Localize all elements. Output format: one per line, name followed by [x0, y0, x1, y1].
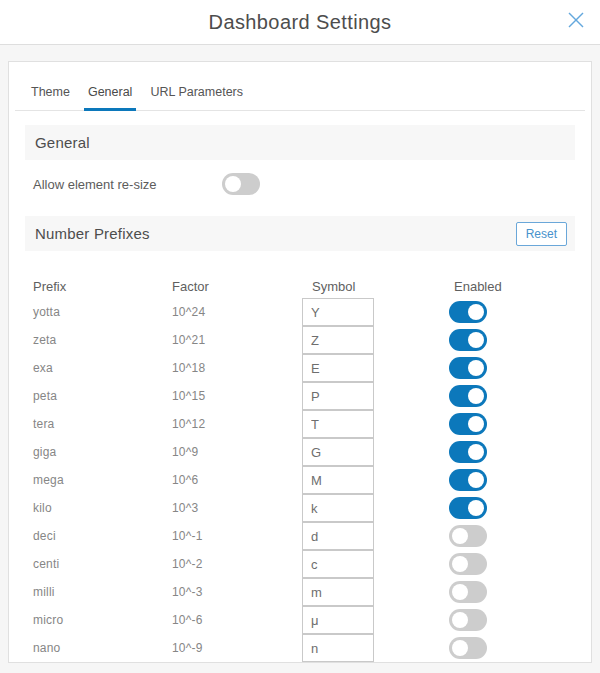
reset-button[interactable]: Reset — [516, 222, 567, 246]
enabled-toggle-micro[interactable] — [449, 609, 487, 631]
symbol-input-mega[interactable] — [302, 466, 374, 494]
prefix-cell: deci — [33, 529, 172, 543]
column-header-enabled: Enabled — [449, 279, 591, 294]
factor-cell: 10^-1 — [172, 529, 302, 543]
enabled-toggle-giga[interactable] — [449, 441, 487, 463]
number-prefixes-section-header: Number Prefixes Reset — [25, 216, 575, 251]
allow-resize-row: Allow element re-size — [33, 166, 591, 202]
symbol-input-deci[interactable] — [302, 522, 374, 550]
symbol-input-tera[interactable] — [302, 410, 374, 438]
table-row-mega: mega10^6 — [9, 466, 591, 494]
symbol-input-centi[interactable] — [302, 550, 374, 578]
symbol-input-exa[interactable] — [302, 354, 374, 382]
factor-cell: 10^15 — [172, 389, 302, 403]
general-section-title: General — [35, 134, 90, 151]
prefix-cell: centi — [33, 557, 172, 571]
enabled-toggle-exa[interactable] — [449, 357, 487, 379]
enabled-toggle-mega[interactable] — [449, 469, 487, 491]
enabled-toggle-zeta[interactable] — [449, 329, 487, 351]
enabled-toggle-milli[interactable] — [449, 581, 487, 603]
factor-cell: 10^24 — [172, 305, 302, 319]
factor-cell: 10^-2 — [172, 557, 302, 571]
enabled-toggle-peta[interactable] — [449, 385, 487, 407]
symbol-input-nano[interactable] — [302, 634, 374, 662]
symbol-input-yotta[interactable] — [302, 298, 374, 326]
enabled-toggle-yotta[interactable] — [449, 301, 487, 323]
table-row-micro: micro10^-6 — [9, 606, 591, 634]
dialog-header: Dashboard Settings — [0, 0, 600, 45]
settings-panel: ThemeGeneralURL Parameters General Allow… — [8, 61, 592, 663]
allow-resize-toggle[interactable] — [222, 173, 260, 195]
table-row-centi: centi10^-2 — [9, 550, 591, 578]
factor-cell: 10^18 — [172, 361, 302, 375]
tab-bar: ThemeGeneralURL Parameters — [15, 62, 585, 111]
symbol-input-peta[interactable] — [302, 382, 374, 410]
close-x-glyph — [566, 10, 586, 30]
table-row-milli: milli10^-3 — [9, 578, 591, 606]
prefix-table-body: yotta10^24zeta10^21exa10^18peta10^15tera… — [9, 298, 591, 662]
prefix-cell: tera — [33, 417, 172, 431]
close-icon[interactable] — [563, 7, 589, 33]
table-row-peta: peta10^15 — [9, 382, 591, 410]
enabled-toggle-deci[interactable] — [449, 525, 487, 547]
tab-theme[interactable]: Theme — [27, 85, 74, 111]
prefix-cell: kilo — [33, 501, 172, 515]
symbol-input-milli[interactable] — [302, 578, 374, 606]
factor-cell: 10^-6 — [172, 613, 302, 627]
table-row-kilo: kilo10^3 — [9, 494, 591, 522]
factor-cell: 10^3 — [172, 501, 302, 515]
prefix-table-header: Prefix Factor Symbol Enabled — [9, 279, 591, 294]
prefix-cell: nano — [33, 641, 172, 655]
factor-cell: 10^6 — [172, 473, 302, 487]
factor-cell: 10^9 — [172, 445, 302, 459]
tab-url-parameters[interactable]: URL Parameters — [146, 85, 247, 111]
prefix-cell: mega — [33, 473, 172, 487]
enabled-toggle-kilo[interactable] — [449, 497, 487, 519]
general-section-header: General — [25, 125, 575, 160]
table-row-nano: nano10^-9 — [9, 634, 591, 662]
factor-cell: 10^21 — [172, 333, 302, 347]
dialog-title: Dashboard Settings — [209, 11, 392, 34]
factor-cell: 10^-9 — [172, 641, 302, 655]
prefix-cell: micro — [33, 613, 172, 627]
prefix-cell: peta — [33, 389, 172, 403]
table-row-giga: giga10^9 — [9, 438, 591, 466]
enabled-toggle-nano[interactable] — [449, 637, 487, 659]
table-row-tera: tera10^12 — [9, 410, 591, 438]
symbol-input-kilo[interactable] — [302, 494, 374, 522]
symbol-input-zeta[interactable] — [302, 326, 374, 354]
enabled-toggle-tera[interactable] — [449, 413, 487, 435]
symbol-input-giga[interactable] — [302, 438, 374, 466]
factor-cell: 10^12 — [172, 417, 302, 431]
column-header-factor: Factor — [172, 279, 302, 294]
prefix-cell: milli — [33, 585, 172, 599]
tab-general[interactable]: General — [84, 85, 136, 111]
column-header-symbol: Symbol — [302, 279, 449, 294]
table-row-zeta: zeta10^21 — [9, 326, 591, 354]
prefix-cell: yotta — [33, 305, 172, 319]
prefix-cell: exa — [33, 361, 172, 375]
symbol-input-micro[interactable] — [302, 606, 374, 634]
allow-resize-label: Allow element re-size — [33, 177, 222, 192]
prefix-cell: giga — [33, 445, 172, 459]
table-row-yotta: yotta10^24 — [9, 298, 591, 326]
enabled-toggle-centi[interactable] — [449, 553, 487, 575]
number-prefixes-section-title: Number Prefixes — [35, 225, 150, 242]
table-row-exa: exa10^18 — [9, 354, 591, 382]
table-row-deci: deci10^-1 — [9, 522, 591, 550]
column-header-prefix: Prefix — [33, 279, 172, 294]
factor-cell: 10^-3 — [172, 585, 302, 599]
prefix-cell: zeta — [33, 333, 172, 347]
